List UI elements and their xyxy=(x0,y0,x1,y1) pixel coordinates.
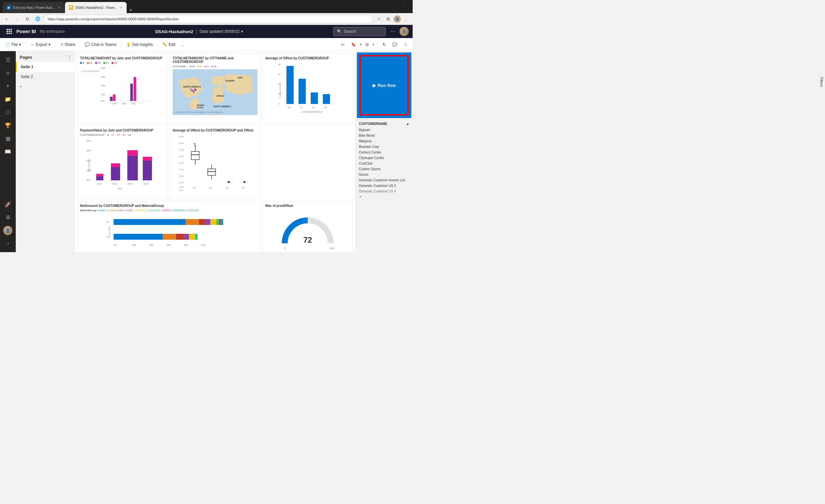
sidebar-add-icon[interactable]: + xyxy=(2,80,14,92)
svg-rect-109 xyxy=(163,234,176,240)
svg-rect-59 xyxy=(111,163,120,167)
add-page-button[interactable]: + xyxy=(16,82,74,91)
customer-list-scroll[interactable]: Bigmart Bike World Bikepros Bluestar Cor… xyxy=(357,127,411,194)
site-info-icon[interactable]: 🌐 xyxy=(34,15,41,23)
chart6-legend: MaterialGroup ● L001 ● L003 ● L004 ● L00… xyxy=(80,209,257,212)
sidebar-browse-icon[interactable]: 📁 xyxy=(2,93,14,105)
collections-icon[interactable]: ⊞ xyxy=(384,15,392,23)
bookmark-button[interactable]: 🔖 xyxy=(348,40,359,50)
chat-teams-button[interactable]: 💬 Chat in Teams xyxy=(82,40,119,50)
pbi-search-box[interactable]: 🔍 Search xyxy=(333,27,386,36)
pbi-workspace[interactable]: My workspace xyxy=(39,29,65,34)
svg-rect-60 xyxy=(127,156,138,180)
chart6-container: Z1 Z2 xyxy=(80,213,257,252)
waffle-menu-button[interactable] xyxy=(4,26,14,37)
visual-offest-customergroup[interactable]: Average of Offest by CUSTOMERGROUP 80 60… xyxy=(262,54,353,123)
run-flow-button[interactable]: ▶ Run flow xyxy=(373,83,396,88)
customer-list-footer: ▼ xyxy=(357,194,411,199)
profile-icon[interactable]: 👤 xyxy=(394,15,401,23)
left-sidebar: ☰ ⌂ + 📁 ⬡ 🏆 ▦ 📖 🚀 🖥 👤 ↗ xyxy=(0,51,16,252)
more-toolbar-button[interactable]: ... xyxy=(179,40,187,50)
canvas-view-button[interactable]: ⊟ xyxy=(363,40,371,50)
page-item-seite2[interactable]: Seite 2 xyxy=(16,72,74,82)
refresh-button[interactable]: ↻ xyxy=(24,15,31,23)
svg-text:NORTH AMERICA: NORTH AMERICA xyxy=(183,86,202,88)
visual-cityname-map[interactable]: TOTALNETAMOUNT by CITYNAME and CUSTOMERG… xyxy=(170,54,260,123)
chart2-title: TOTALNETAMOUNT by CITYNAME and CUSTOMERG… xyxy=(172,57,257,64)
share-button[interactable]: ↗ Share xyxy=(57,40,78,50)
tab-pbi[interactable]: 📊 DSAG-Hackathon2 - Power BI ✕ xyxy=(65,2,127,13)
toolbar-right-actions: ↩ 🔖 ▾ ⊟ ▾ ↻ 💬 ☆ xyxy=(339,40,410,50)
user-avatar[interactable]: 👤 xyxy=(399,27,409,36)
favorites-icon[interactable]: ☆ xyxy=(375,15,382,23)
svg-text:90.00: 90.00 xyxy=(179,136,184,138)
svg-rect-10 xyxy=(110,97,112,101)
refresh-report-button[interactable]: ↻ xyxy=(380,40,388,50)
sidebar-user-avatar[interactable]: 👤 xyxy=(2,225,14,236)
customer-item-dexon[interactable]: Dexon xyxy=(357,172,411,177)
sidebar-home-icon[interactable]: ⌂ xyxy=(2,67,14,79)
forward-button[interactable]: › xyxy=(13,15,21,23)
customer-item-costclub[interactable]: CostClub xyxy=(357,161,411,166)
sidebar-learn-icon[interactable]: 📖 xyxy=(2,146,14,157)
tab-pbi-close[interactable]: ✕ xyxy=(120,6,123,9)
svg-rect-110 xyxy=(176,234,184,240)
address-field[interactable]: https://app.powerbi.com/groups/me/report… xyxy=(44,15,373,23)
svg-rect-56 xyxy=(96,176,103,180)
file-button[interactable]: 📄 File ▾ xyxy=(3,40,24,50)
chart1-container: TOTALNETAMOUNT 40M 30M 20M 10M 0M xyxy=(80,66,165,108)
new-tab-button[interactable]: + xyxy=(127,7,134,13)
visual-paymentvalue-jahr[interactable]: PaymentValue by Jahr and CUSTOMERGROUP C… xyxy=(77,125,168,199)
tab-automate[interactable]: ▶ Edit your flow | Power Automate ✕ xyxy=(3,2,64,13)
chart2-legend: CUSTOME... ● 01 ● 02 ●Z1 ● Z2 xyxy=(172,65,257,68)
add-page-icon: + xyxy=(20,84,22,89)
sidebar-menu-icon[interactable]: ☰ xyxy=(2,54,14,66)
tab-automate-close[interactable]: ✕ xyxy=(58,6,60,9)
export-button[interactable]: ↔ Export ▾ xyxy=(28,40,53,50)
customer-item-bluestar[interactable]: Bluestar Corp xyxy=(357,144,411,150)
bookmark-chevron[interactable]: ▾ xyxy=(360,43,362,46)
run-flow-visual[interactable]: ▶ Run flow xyxy=(357,53,411,118)
maximize-button[interactable]: ☐ xyxy=(386,1,398,12)
tab-pbi-label: DSAG-Hackathon2 - Power BI xyxy=(75,6,118,9)
export-chevron: ▾ xyxy=(49,42,51,47)
visual-offest-boxplot[interactable]: Average of Offest by CUSTOMERGROUP and O… xyxy=(170,125,260,199)
pages-collapse-button[interactable]: 《 xyxy=(67,55,71,60)
canvas-view-chevron[interactable]: ▾ xyxy=(373,43,374,46)
minimize-button[interactable]: — xyxy=(375,1,386,12)
more-options-button[interactable]: ⋯ xyxy=(388,27,397,36)
undo-button[interactable]: ↩ xyxy=(339,40,347,50)
sidebar-deploy-icon[interactable]: 🖥 xyxy=(2,212,14,223)
edit-button[interactable]: ✏️ Edit xyxy=(160,40,178,50)
sidebar-expand-icon[interactable]: ↗ xyxy=(2,238,14,250)
customer-item-domestic-invoice[interactable]: Domestic Customer Invoice List xyxy=(357,177,411,183)
visual-predoffset-gauge[interactable]: Max of predOffset 72 0 144 xyxy=(262,201,353,252)
comments-button[interactable]: 💬 xyxy=(390,40,400,50)
map-visual: NORTH AMERICA EUROPE ASIA Atlantic Ocean… xyxy=(172,69,257,115)
sidebar-goals-icon[interactable]: 🏆 xyxy=(2,119,14,131)
favorite-button[interactable]: ☆ xyxy=(401,40,410,50)
data-updated-info[interactable]: Data updated 30/05/22 ▾ xyxy=(200,29,243,34)
visual-netamount-materialgroup[interactable]: NetAmount by CUSTOMERGROUP and MaterialG… xyxy=(77,201,260,252)
page-item-seite1[interactable]: Seite 1 xyxy=(16,62,74,72)
customer-item-custom-sports[interactable]: Custom Sports xyxy=(357,166,411,172)
browser-more-button[interactable]: … xyxy=(403,15,410,23)
customer-item-domestic-us4[interactable]: Domestic Customer US 4 xyxy=(357,188,411,194)
customer-item-cityscape[interactable]: Cityscape Cycles xyxy=(357,155,411,161)
chart3-container: 80 60 40 20 0 xyxy=(266,61,350,114)
sidebar-data-icon[interactable]: ⬡ xyxy=(2,106,14,118)
svg-rect-63 xyxy=(143,157,152,161)
insights-button[interactable]: 💡 Get insights xyxy=(123,40,155,50)
sidebar-apps-icon[interactable]: ▦ xyxy=(2,133,14,144)
customer-item-bikepros[interactable]: Bikepros xyxy=(357,138,411,144)
visual-totalnetamount-jahr[interactable]: TOTALNETAMOUNT by Jahr and CUSTOMERGROUP… xyxy=(77,54,168,123)
customer-item-bigmart[interactable]: Bigmart xyxy=(357,127,411,133)
close-button[interactable]: ✕ xyxy=(398,1,410,12)
customer-item-century[interactable]: Century Cycles xyxy=(357,150,411,155)
customer-item-domestic-us3[interactable]: Domestic Customer US 3 xyxy=(357,183,411,188)
back-button[interactable]: ‹ xyxy=(3,15,10,23)
svg-text:30.00: 30.00 xyxy=(179,175,184,177)
sidebar-rocket-icon[interactable]: 🚀 xyxy=(2,198,14,210)
customer-item-bikeworld[interactable]: Bike World xyxy=(357,133,411,138)
svg-text:Z1: Z1 xyxy=(209,187,212,189)
